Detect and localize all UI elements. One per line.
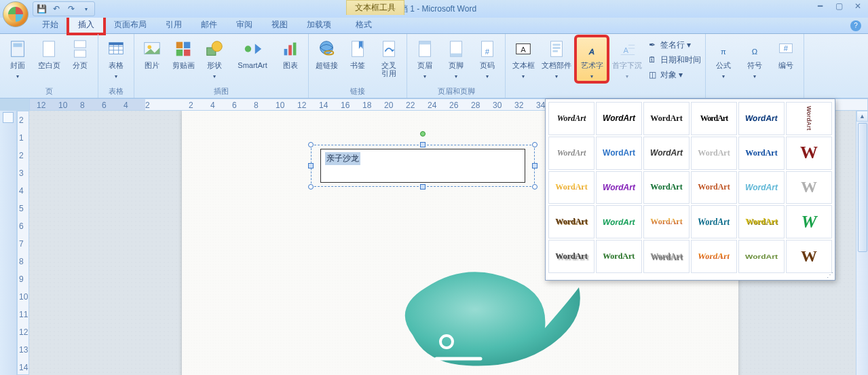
wordart-style-3[interactable]: WordArt bbox=[643, 102, 690, 135]
footer-label: 页脚 bbox=[449, 61, 464, 69]
crossref-button[interactable]: 交叉 引用 bbox=[375, 37, 402, 79]
wordart-style-15[interactable]: WordArt bbox=[643, 171, 690, 204]
tab-review[interactable]: 审阅 bbox=[227, 16, 262, 33]
picture-button[interactable]: 图片 bbox=[138, 37, 166, 71]
wordart-style-11[interactable]: WordArt bbox=[738, 137, 785, 170]
maximize-button[interactable]: ▢ bbox=[833, 1, 845, 11]
wordart-style-27[interactable]: WordArt bbox=[643, 240, 690, 273]
save-icon[interactable]: 💾 bbox=[36, 3, 47, 14]
textbox-selected-text[interactable]: 亲子沙龙 bbox=[325, 152, 360, 165]
wordart-style-2[interactable]: WordArt bbox=[596, 102, 642, 135]
scroll-up-button[interactable]: ▲ bbox=[856, 111, 868, 122]
tab-mailings[interactable]: 邮件 bbox=[191, 16, 227, 33]
wordart-style-16[interactable]: WordArt bbox=[691, 171, 737, 204]
resize-handle-e[interactable] bbox=[532, 163, 537, 168]
wordart-style-14[interactable]: WordArt bbox=[596, 171, 642, 204]
rotation-handle[interactable] bbox=[420, 131, 426, 137]
tab-references[interactable]: 引用 bbox=[156, 16, 191, 33]
object-button[interactable]: ◫对象 ▾ bbox=[647, 68, 701, 82]
wordart-style-4[interactable]: WordArt bbox=[691, 102, 737, 135]
chart-button[interactable]: 图表 bbox=[277, 37, 304, 71]
tab-format[interactable]: 格式 bbox=[346, 16, 381, 33]
wordart-style-21[interactable]: WordArt bbox=[643, 205, 690, 238]
blank-page-button[interactable]: 空白页 bbox=[35, 37, 62, 71]
help-button[interactable]: ? bbox=[850, 20, 861, 31]
resize-handle-n[interactable] bbox=[420, 142, 426, 147]
minimize-button[interactable]: ━ bbox=[814, 1, 826, 11]
resize-handle-w[interactable] bbox=[308, 163, 314, 168]
resize-handle-se[interactable] bbox=[532, 184, 537, 190]
tab-selector[interactable] bbox=[3, 112, 14, 123]
resize-handle-sw[interactable] bbox=[308, 184, 314, 190]
wordart-style-6[interactable]: WordArt bbox=[786, 102, 832, 135]
tab-insert[interactable]: 插入 bbox=[68, 16, 105, 34]
page-break-button[interactable]: 分页 bbox=[67, 37, 94, 71]
resize-handle-s[interactable] bbox=[420, 184, 426, 190]
cover-page-button[interactable]: 封面 bbox=[4, 37, 31, 82]
chevron-down-icon bbox=[590, 71, 593, 80]
office-button[interactable] bbox=[3, 1, 29, 27]
wordart-style-8[interactable]: WordArt bbox=[596, 137, 642, 170]
tab-addins[interactable]: 加载项 bbox=[297, 16, 341, 33]
wordart-style-17[interactable]: WordArt bbox=[738, 171, 785, 204]
vertical-scrollbar[interactable]: ▲ bbox=[856, 111, 868, 375]
wordart-style-28[interactable]: WordArt bbox=[691, 240, 737, 273]
wordart-style-9[interactable]: WordArt bbox=[643, 137, 690, 170]
textbox-frame[interactable]: 亲子沙龙 bbox=[320, 149, 525, 183]
vertical-ruler[interactable]: 2123456789101112131415 bbox=[17, 111, 29, 375]
tab-page-layout[interactable]: 页面布局 bbox=[105, 16, 156, 33]
wordart-style-19[interactable]: WordArt bbox=[548, 205, 595, 238]
quickparts-button[interactable]: 文档部件 bbox=[541, 37, 572, 82]
svg-rect-41 bbox=[552, 50, 558, 52]
close-button[interactable]: ✕ bbox=[852, 1, 864, 11]
wordart-style-22[interactable]: WordArt bbox=[691, 205, 737, 238]
wordart-style-25[interactable]: WordArt bbox=[548, 240, 595, 273]
gallery-resize-grip[interactable]: ⋰ bbox=[827, 271, 833, 279]
wordart-style-13[interactable]: WordArt bbox=[548, 171, 595, 204]
textbox-button[interactable]: A 文本框 bbox=[510, 37, 537, 82]
wordart-style-10[interactable]: WordArt bbox=[691, 137, 737, 170]
scroll-thumb[interactable] bbox=[858, 123, 867, 252]
header-button[interactable]: 页眉 bbox=[411, 37, 438, 82]
signature-line-button[interactable]: ✒签名行 ▾ bbox=[647, 38, 701, 52]
wordart-style-5[interactable]: WordArt bbox=[738, 102, 785, 135]
wordart-style-1[interactable]: WordArt bbox=[548, 102, 595, 135]
wordart-style-23[interactable]: WordArt bbox=[738, 205, 785, 238]
number-button[interactable]: # 编号 bbox=[772, 37, 799, 71]
tab-home[interactable]: 开始 bbox=[33, 16, 68, 33]
symbol-button[interactable]: Ω 符号 bbox=[741, 37, 768, 82]
qat-dropdown-icon[interactable]: ▾ bbox=[81, 3, 92, 14]
ruler-tick: 10 bbox=[276, 101, 284, 110]
textbox-object[interactable]: 亲子沙龙 bbox=[311, 145, 535, 187]
dropcap-button[interactable]: A 首字下沉 bbox=[611, 37, 643, 82]
ruler-tick: 18 bbox=[362, 101, 371, 110]
datetime-button[interactable]: 🗓日期和时间 bbox=[647, 53, 701, 67]
clipart-button[interactable]: 剪贴画 bbox=[170, 37, 197, 71]
redo-icon[interactable]: ↷ bbox=[66, 3, 77, 14]
shapes-button[interactable]: 形状 bbox=[201, 37, 228, 82]
wordart-style-18[interactable]: W bbox=[786, 171, 832, 204]
wordart-button[interactable]: A 艺术字 bbox=[576, 37, 607, 82]
undo-icon[interactable]: ↶ bbox=[51, 3, 62, 14]
tab-view[interactable]: 视图 bbox=[262, 16, 297, 33]
wordart-style-30[interactable]: W bbox=[786, 240, 832, 273]
wordart-style-12[interactable]: W bbox=[786, 137, 832, 170]
ribbon: 封面 空白页 分页 页 表格 表格 图片 bbox=[0, 34, 868, 99]
wordart-style-20[interactable]: WordArt bbox=[596, 205, 642, 238]
smartart-button[interactable]: SmartArt bbox=[232, 37, 273, 71]
ruler-tick: 2 bbox=[189, 101, 193, 110]
resize-handle-nw[interactable] bbox=[308, 142, 314, 147]
wordart-style-26[interactable]: WordArt bbox=[596, 240, 642, 273]
wordart-style-24[interactable]: W bbox=[786, 205, 832, 238]
equation-button[interactable]: π 公式 bbox=[710, 37, 737, 82]
footer-button[interactable]: 页脚 bbox=[442, 37, 470, 82]
wordart-style-7[interactable]: WordArt bbox=[548, 137, 595, 170]
bookmark-button[interactable]: 书签 bbox=[344, 37, 371, 71]
table-button[interactable]: 表格 bbox=[102, 37, 130, 82]
wordart-style-29[interactable]: WordArt bbox=[738, 240, 785, 273]
pagenum-button[interactable]: # 页码 bbox=[474, 37, 501, 82]
resize-handle-ne[interactable] bbox=[532, 142, 537, 147]
hyperlink-button[interactable]: 超链接 bbox=[313, 37, 340, 71]
wordart-sample: WordArt bbox=[555, 217, 587, 227]
group-illustrations-label: 插图 bbox=[138, 86, 304, 98]
